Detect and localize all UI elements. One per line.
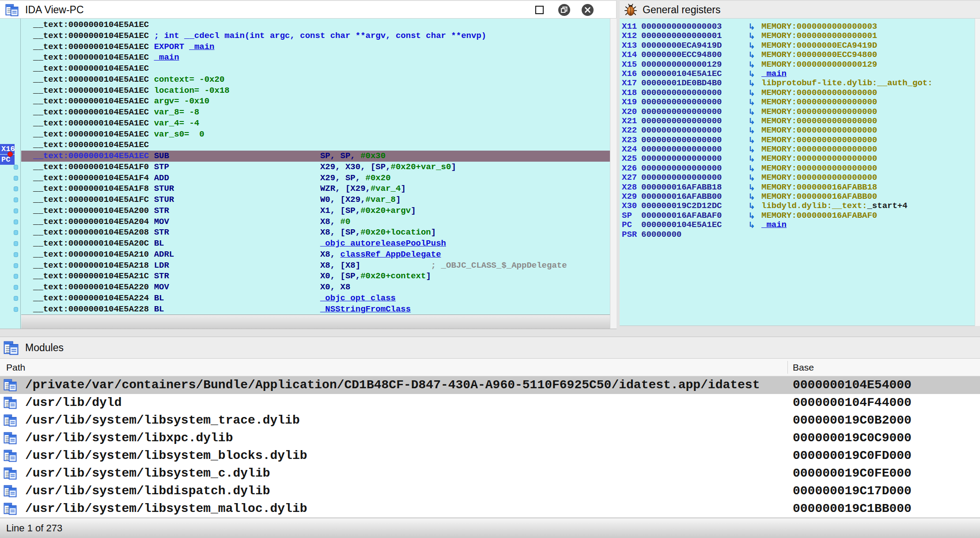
register-value[interactable]: 0000000000000000 — [641, 136, 742, 145]
registers-titlebar[interactable]: General registers — [620, 0, 980, 19]
module-row[interactable]: /usr/lib/system/libsystem_blocks.dylib00… — [0, 447, 980, 465]
module-row[interactable]: /usr/lib/system/libdispatch.dylib0000000… — [0, 482, 980, 500]
instruction-dot-marker — [14, 186, 18, 191]
disasm-line[interactable]: __text:0000000104E5A1EC var_4= -4 — [21, 118, 610, 129]
register-value[interactable]: 0000000104E5A1EC — [641, 220, 742, 230]
close-button[interactable] — [582, 4, 594, 16]
register-value[interactable]: 0000000000000000 — [641, 173, 742, 182]
register-target-link[interactable]: MEMORY:0000000000000003 — [761, 22, 980, 31]
register-value[interactable]: 0000000000000000 — [641, 145, 742, 154]
register-target-link[interactable]: MEMORY:000000016AFABB00 — [761, 192, 980, 201]
register-value[interactable]: 0000000000000000 — [641, 164, 742, 173]
module-row[interactable]: /usr/lib/system/libxpc.dylib000000019C0C… — [0, 429, 980, 447]
module-row[interactable]: /usr/lib/system/libsystem_malloc.dylib00… — [0, 500, 980, 518]
register-target-link[interactable]: libprotobuf-lite.dylib:__auth_got: — [761, 79, 980, 88]
register-value[interactable]: 0000000000000000 — [641, 154, 742, 163]
register-value[interactable]: 0000000000000000 — [641, 117, 742, 126]
disasm-line[interactable]: __text:0000000104E5A1EC _main — [21, 52, 610, 63]
register-value[interactable]: 0000000000000003 — [641, 22, 742, 31]
register-target-link[interactable]: MEMORY:000000016AFABAF0 — [761, 211, 980, 220]
register-target-link[interactable]: MEMORY:0000000000000000 — [761, 136, 980, 145]
module-row[interactable]: /usr/lib/dyld0000000104F44000 — [0, 394, 980, 412]
disasm-line[interactable]: __text:0000000104E5A1FC STUR W0, [X29,#v… — [21, 194, 610, 205]
restore-down-button[interactable] — [558, 4, 570, 16]
disasm-line[interactable]: __text:0000000104E5A1EC var_s0= 0 — [21, 129, 610, 140]
register-value[interactable]: 0000000000000129 — [641, 60, 742, 69]
disasm-line[interactable]: __text:0000000104E5A1EC — [21, 63, 610, 74]
register-value[interactable]: 00000001DE0BD4B0 — [641, 79, 742, 88]
disasm-line[interactable]: __text:0000000104E5A208 STR X8, [SP,#0x2… — [21, 227, 610, 238]
register-target-link[interactable]: MEMORY:00000000ECC94800 — [761, 50, 980, 60]
disasm-line[interactable]: __text:0000000104E5A1EC — [21, 140, 610, 151]
modules-titlebar[interactable]: Modules — [0, 337, 980, 359]
register-target-link[interactable]: MEMORY:0000000000000000 — [761, 145, 980, 154]
register-value[interactable]: 0000000000000001 — [641, 31, 742, 41]
register-target-link[interactable]: MEMORY:0000000000000000 — [761, 107, 980, 117]
module-row[interactable]: /private/var/containers/Bundle/Applicati… — [0, 376, 980, 394]
disasm-line[interactable]: __text:0000000104E5A1EC EXPORT _main — [21, 42, 610, 53]
module-row[interactable]: /usr/lib/system/libsystem_c.dylib0000000… — [0, 465, 980, 482]
disasm-line[interactable]: __text:0000000104E5A228 BL _NSStringFrom… — [21, 304, 610, 315]
disasm-line[interactable]: __text:0000000104E5A204 MOV X8, #0 — [21, 216, 610, 227]
disasm-gutter[interactable]: X16 PC — [0, 19, 21, 329]
disasm-line[interactable]: __text:0000000104E5A1EC var_8= -8 — [21, 107, 610, 118]
registers-vertical-scrollbar[interactable] — [975, 19, 980, 326]
register-target-link[interactable]: MEMORY:0000000000000000 — [761, 117, 980, 126]
ida-view-titlebar[interactable]: IDA View-PC — [0, 0, 617, 19]
column-divider[interactable] — [787, 361, 788, 374]
pc-marker-dot[interactable] — [8, 152, 13, 157]
register-target-link[interactable]: MEMORY:000000016AFABB18 — [761, 183, 980, 192]
disasm-line[interactable]: __text:0000000104E5A1EC — [21, 19, 610, 30]
register-target-link[interactable]: MEMORY:0000000000000000 — [761, 164, 980, 173]
register-name: X21 — [622, 117, 641, 126]
code-segment: __text:0000000104E5A1EC — [33, 107, 149, 117]
disasm-line[interactable]: __text:0000000104E5A218 LDR X8, [X8] ; _… — [21, 260, 610, 271]
register-target-link[interactable]: MEMORY:00000000ECA9419D — [761, 41, 980, 50]
register-target-link[interactable]: _main — [761, 69, 980, 79]
register-target-link[interactable]: MEMORY:0000000000000000 — [761, 126, 980, 135]
register-target-link[interactable]: MEMORY:0000000000000129 — [761, 60, 980, 69]
register-value[interactable]: 0000000104E5A1EC — [641, 69, 742, 79]
register-value[interactable]: 0000000000000000 — [641, 88, 742, 98]
register-value[interactable]: 60000000 — [641, 230, 742, 239]
register-value[interactable]: 00000000ECA9419D — [641, 41, 742, 50]
code-segment: X0, [SP, — [320, 271, 360, 281]
instruction-dot-marker — [14, 263, 18, 268]
disasm-line[interactable]: __text:0000000104E5A1EC argv= -0x10 — [21, 96, 610, 107]
disasm-vertical-scrollbar[interactable] — [610, 19, 617, 329]
register-value[interactable]: 000000019C2D12DC — [641, 201, 742, 211]
disasm-line[interactable]: __text:0000000104E5A1F4 ADD X29, SP, #0x… — [21, 173, 610, 184]
disasm-line[interactable]: __text:0000000104E5A1EC location= -0x18 — [21, 85, 610, 96]
module-row[interactable]: /usr/lib/system/libsystem_trace.dylib000… — [0, 412, 980, 429]
column-header-path[interactable]: Path — [6, 359, 25, 376]
disasm-line[interactable]: __text:0000000104E5A1EC context= -0x20 — [21, 74, 610, 85]
register-target-link[interactable]: MEMORY:0000000000000000 — [761, 173, 980, 182]
disasm-line[interactable]: __text:0000000104E5A21C STR X0, [SP,#0x2… — [21, 271, 610, 282]
register-value[interactable]: 000000016AFABB00 — [641, 192, 742, 201]
register-value[interactable]: 0000000000000000 — [641, 126, 742, 135]
register-target-link[interactable]: MEMORY:0000000000000001 — [761, 31, 980, 41]
register-target-link[interactable]: MEMORY:0000000000000000 — [761, 98, 980, 107]
register-target-link[interactable]: _main — [761, 220, 980, 230]
disasm-line[interactable]: __text:0000000104E5A210 ADRL X8, classRe… — [21, 249, 610, 260]
disasm-line[interactable]: __text:0000000104E5A200 STR X1, [SP,#0x2… — [21, 205, 610, 216]
disasm-line[interactable]: __text:0000000104E5A1EC ; int __cdecl ma… — [21, 30, 610, 42]
register-target-link[interactable]: libdyld.dylib:__text:_start+4 — [761, 201, 980, 211]
register-value[interactable]: 000000016AFABB18 — [641, 183, 742, 192]
register-target-link[interactable]: MEMORY:0000000000000000 — [761, 154, 980, 163]
register-value[interactable]: 000000016AFABAF0 — [641, 211, 742, 220]
register-row: X200000000000000000↳MEMORY:0000000000000… — [620, 107, 980, 117]
register-target-link[interactable]: MEMORY:0000000000000000 — [761, 88, 980, 98]
disasm-line[interactable]: __text:0000000104E5A1EC SUB SP, SP, #0x3… — [21, 151, 610, 162]
register-value[interactable]: 0000000000000000 — [641, 107, 742, 117]
disasm-line[interactable]: __text:0000000104E5A20C BL _objc_autorel… — [21, 238, 610, 249]
disasm-line[interactable]: __text:0000000104E5A224 BL _objc_opt_cla… — [21, 293, 610, 304]
jump-arrow-icon: ↳ — [742, 192, 761, 201]
register-value[interactable]: 0000000000000000 — [641, 98, 742, 107]
disasm-line[interactable]: __text:0000000104E5A1F8 STUR WZR, [X29,#… — [21, 183, 610, 194]
maximize-button[interactable] — [535, 6, 544, 14]
disasm-line[interactable]: __text:0000000104E5A1F0 STP X29, X30, [S… — [21, 162, 610, 173]
disasm-line[interactable]: __text:0000000104E5A220 MOV X0, X8 — [21, 282, 610, 293]
register-value[interactable]: 00000000ECC94800 — [641, 50, 742, 60]
column-header-base[interactable]: Base — [793, 359, 814, 376]
